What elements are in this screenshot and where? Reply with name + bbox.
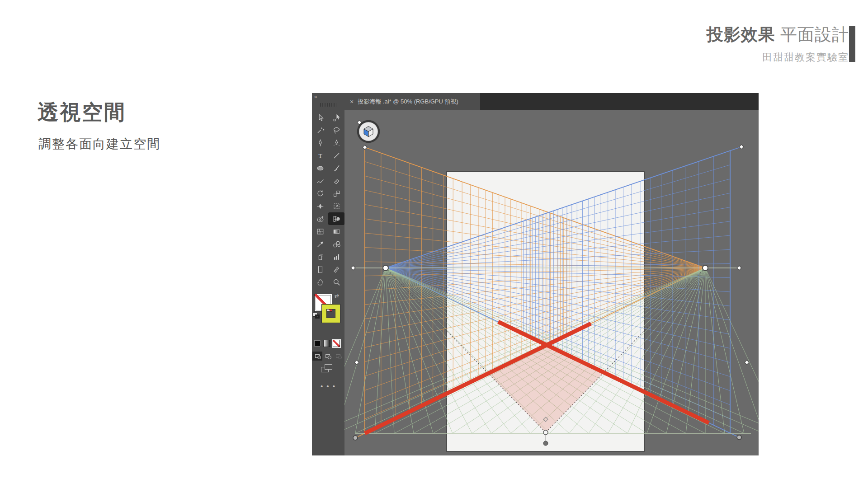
mesh-icon: [316, 227, 325, 236]
perspective-grid-canvas[interactable]: [344, 110, 759, 455]
brand-subtitle: 田甜甜教案實驗室: [707, 51, 849, 64]
shape-builder-icon: [316, 215, 325, 223]
screen-mode-button[interactable]: [321, 364, 334, 373]
tool-magic-wand[interactable]: [312, 124, 328, 136]
grid-extent-handle[interactable]: [353, 436, 358, 440]
tool-selection[interactable]: [312, 111, 328, 124]
mini-stroke: [315, 314, 320, 319]
tool-paintbrush[interactable]: [328, 162, 344, 174]
direct-selection-icon: [332, 113, 341, 122]
vanishing-point-handle[interactable]: [383, 265, 388, 271]
shaper-icon: [316, 177, 325, 185]
perspective-grid-icon: [332, 215, 341, 223]
tool-shaper[interactable]: [312, 174, 328, 187]
ellipse-icon: [316, 164, 325, 173]
symbol-sprayer-icon: [316, 253, 325, 261]
brand-accent-bar: [849, 26, 855, 62]
free-transform-icon: [332, 202, 341, 211]
line-segment-icon: [332, 151, 341, 160]
tools-panel: « ⇄ • • •: [312, 93, 344, 455]
magic-wand-icon: [316, 126, 325, 135]
none-slash-icon: [333, 340, 340, 347]
lasso-icon: [332, 126, 341, 135]
rotate-icon: [316, 189, 325, 198]
gradient-icon: [332, 227, 341, 236]
document-tab[interactable]: × 投影海報 .ai* @ 50% (RGB/GPU 預視): [344, 93, 480, 110]
default-fill-stroke-icon[interactable]: [313, 313, 320, 319]
screen-rect: [325, 364, 332, 370]
tool-curvature[interactable]: [328, 136, 344, 149]
tool-ellipse[interactable]: [312, 162, 328, 174]
tool-eraser[interactable]: [328, 174, 344, 187]
tool-blend[interactable]: [328, 238, 344, 250]
header-brand: 投影效果 平面設計 田甜甜教案實驗室: [707, 23, 849, 64]
color-type-row: [312, 340, 344, 348]
tool-slice[interactable]: [328, 263, 344, 276]
gradient-button[interactable]: [323, 340, 330, 347]
selection-icon: [316, 113, 325, 122]
fill-stroke-indicator: ⇄: [312, 292, 344, 337]
tool-artboard[interactable]: [312, 263, 328, 276]
tool-line-segment[interactable]: [328, 149, 344, 162]
tool-perspective-grid[interactable]: [328, 212, 344, 225]
slice-icon: [332, 265, 341, 274]
scale-icon: [332, 189, 341, 198]
curvature-icon: [332, 139, 341, 147]
tool-width[interactable]: [312, 200, 328, 212]
graph-icon: [332, 253, 341, 261]
document-tab-bar: × 投影海報 .ai* @ 50% (RGB/GPU 預視): [344, 93, 759, 110]
tool-direct-selection[interactable]: [328, 111, 344, 124]
draw-behind-button[interactable]: [323, 352, 333, 361]
artboard-icon: [316, 265, 325, 274]
draw-normal-button[interactable]: [312, 352, 322, 361]
swap-fill-stroke-icon[interactable]: ⇄: [335, 293, 339, 299]
tool-mesh[interactable]: [312, 225, 328, 238]
stroke-swatch[interactable]: [322, 305, 340, 323]
none-button[interactable]: [333, 340, 340, 347]
draw-normal-icon: [315, 354, 320, 358]
tool-type[interactable]: [312, 149, 328, 162]
type-icon: [316, 151, 325, 160]
tool-free-transform[interactable]: [328, 200, 344, 212]
paintbrush-icon: [332, 164, 341, 173]
close-tab-icon[interactable]: ×: [350, 98, 354, 105]
tool-gradient[interactable]: [328, 225, 344, 238]
tool-zoom[interactable]: [328, 276, 344, 288]
drawing-modes-row: [312, 352, 344, 361]
draw-inside-icon: [336, 354, 340, 358]
origin-handle[interactable]: [543, 430, 548, 435]
edit-toolbar-ellipsis[interactable]: • • •: [312, 382, 344, 390]
eyedropper-icon: [316, 240, 325, 249]
brand-title-bold: 投影效果: [707, 25, 775, 44]
hand-icon: [316, 278, 325, 286]
blend-icon: [332, 240, 341, 249]
grid-origin-dot[interactable]: [543, 441, 548, 446]
pen-icon: [316, 139, 325, 147]
tool-pen[interactable]: [312, 136, 328, 149]
vanishing-point-handle[interactable]: [703, 265, 708, 271]
width-icon: [316, 202, 325, 211]
tool-shape-builder[interactable]: [312, 212, 328, 225]
tool-grid: [312, 111, 344, 288]
draw-inside-button[interactable]: [333, 352, 343, 361]
document-tab-label: 投影海報 .ai* @ 50% (RGB/GPU 預視): [358, 98, 458, 106]
illustrator-window: « ⇄ • • • × 投影海報 .ai* @ 50% (RGB/G: [312, 93, 759, 455]
tool-graph[interactable]: [328, 250, 344, 263]
tool-lasso[interactable]: [328, 124, 344, 136]
grid-extent-handle[interactable]: [737, 435, 741, 440]
canvas-area[interactable]: [344, 110, 759, 455]
eraser-icon: [332, 177, 341, 185]
collapse-panel-icon[interactable]: «: [314, 94, 317, 100]
tool-eyedropper[interactable]: [312, 238, 328, 250]
panel-grip-icon[interactable]: [320, 103, 336, 107]
draw-behind-icon: [326, 354, 330, 358]
tool-scale[interactable]: [328, 187, 344, 200]
zoom-icon: [332, 278, 341, 286]
tool-hand[interactable]: [312, 276, 328, 288]
color-button[interactable]: [314, 340, 321, 347]
brand-title: 投影效果 平面設計: [707, 23, 849, 46]
tool-symbol-sprayer[interactable]: [312, 250, 328, 263]
page-subtitle: 調整各面向建立空間: [38, 136, 160, 153]
slide-page: { "slide": { "left_title": "透視空間", "left…: [0, 0, 868, 488]
tool-rotate[interactable]: [312, 187, 328, 200]
